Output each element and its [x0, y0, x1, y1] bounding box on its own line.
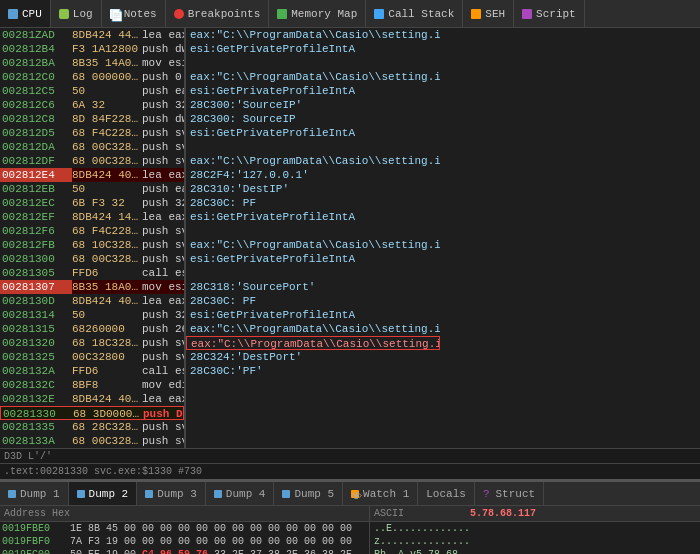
cpu-row[interactable]: 0028130068 00C32800push svc.28C30C: [0, 252, 184, 266]
cpu-row[interactable]: 002812EB50push eax: [0, 182, 184, 196]
log-icon: [59, 9, 69, 19]
cpu-row-hex: 8DB424 40020000: [72, 392, 142, 406]
dump-row-addr: 0019FBE0: [0, 522, 70, 535]
cpu-row-disasm: push eax: [142, 182, 184, 196]
dump-tab-3[interactable]: Dump 3: [137, 482, 206, 505]
cpu-row-hex: 8B35 18A02800: [72, 280, 142, 294]
cs-row: 28C310:'DestIP': [186, 182, 440, 196]
cs-row: esi:GetPrivateProfileIntA: [186, 308, 440, 322]
cpu-row[interactable]: 0028133068 3D000000push D3D 3389 RDP: [0, 406, 184, 420]
tab-script[interactable]: Script: [514, 0, 585, 27]
cpu-row-hex: 68 F4C22800: [72, 126, 142, 140]
dump-row[interactable]: 0019FC0050 EE 19 00 C4 96 59 76 33 2E 37…: [0, 548, 369, 554]
cs-row: 28C324:'DestPort': [186, 350, 440, 364]
cpu-row-disasm: push svc.28C324: [142, 420, 184, 434]
cs-row: esi:GetPrivateProfileIntA: [186, 252, 440, 266]
cpu-row[interactable]: 002812FB68 10C32800push svc.28C310: [0, 238, 184, 252]
cpu-row-disasm: push D3D 3389 RDP: [143, 407, 183, 419]
cpu-row[interactable]: 0028132E8DB424 40020000lea eax,dword ptr…: [0, 392, 184, 406]
cpu-row[interactable]: 002812F668 F4C22800push svc.28C2F4: [0, 224, 184, 238]
cpu-row[interactable]: 002812BA8B35 14A02800mov esi,dword ptrds…: [0, 56, 184, 70]
cpu-row[interactable]: 0028133568 28C32800push svc.28C324: [0, 420, 184, 434]
cpu-row[interactable]: 0028130D8DB424 40020000lea eax,dword ptr…: [0, 294, 184, 308]
cpu-row[interactable]: 002812C88D 84F22800push dword ptrs:[esp+…: [0, 112, 184, 126]
cpu-row-disasm: push eax: [142, 84, 184, 98]
cpu-row-disasm: mov esi,dword ptrds:[<GetPrivateProfileI…: [142, 280, 184, 294]
dump5-icon: [282, 490, 290, 498]
cpu-row[interactable]: 0028132AFFD6call esi: [0, 364, 184, 378]
dump-hex-pane: Address Hex 0019FBE01E 8B 45 00 00 00 00…: [0, 506, 370, 554]
cpu-row[interactable]: 00281305FFD6call esi: [0, 266, 184, 280]
cpu-row[interactable]: 002812B4F3 1A12800push dword ptrs[<PathA…: [0, 42, 184, 56]
tab-script-label: Script: [536, 8, 576, 20]
tab-breakpoints[interactable]: Breakpoints: [166, 0, 270, 27]
cpu-row[interactable]: 002812C550push eax: [0, 84, 184, 98]
dump1-label: Dump 1: [20, 488, 60, 500]
tab-notes[interactable]: 📄 Notes: [102, 0, 166, 27]
cs-row: eax:"C:\\ProgramData\\Casio\\setting.ini…: [186, 336, 440, 350]
notes-icon: 📄: [110, 9, 120, 19]
cpu-row[interactable]: 002812C66A 32push 32: [0, 98, 184, 112]
cs-row: eax:"C:\\ProgramData\\Casio\\setting.ini…: [186, 154, 440, 168]
cpu-row[interactable]: 002812D568 F4C22800push svc.28C2F4: [0, 126, 184, 140]
cpu-row[interactable]: 002812E48DB424 40020000lea eax,dword ptr…: [0, 168, 184, 182]
cpu-row[interactable]: 00281ZAD8DB424 44020000lea eax,dword ptr…: [0, 28, 184, 42]
watch-tab-1[interactable]: 👁 Watch 1: [343, 482, 418, 505]
tab-cpu[interactable]: CPU: [0, 0, 51, 27]
cpu-row[interactable]: 002812EC6B F3 32push 32: [0, 196, 184, 210]
dump-row[interactable]: 0019FBE01E 8B 45 00 00 00 00 00 00 00 00…: [0, 522, 369, 535]
dump-row[interactable]: 0019FBF07A F3 19 00 00 00 00 00 00 00 00…: [0, 535, 369, 548]
cs-row: esi:GetPrivateProfileIntA: [186, 126, 440, 140]
tab-log-label: Log: [73, 8, 93, 20]
cs-row: 28C2F4:'127.0.0.1': [186, 168, 440, 182]
cpu-row[interactable]: 002813078B35 18A02800mov esi,dword ptrds…: [0, 280, 184, 294]
tab-callstack[interactable]: Call Stack: [366, 0, 463, 27]
cpu-row[interactable]: 002812EF8DB424 14020000lea eax,dword ptr…: [0, 210, 184, 224]
dump-tab-2[interactable]: Dump 2: [69, 482, 138, 505]
cpu-row-disasm: lea eax,dword ptrss:[esp+214]: [142, 210, 184, 224]
status-text2: .text:00281330 svc.exe:$1330 #730: [4, 466, 202, 477]
cpu-row-hex: 8D 84F22800: [72, 112, 142, 126]
cs-row: 28C300: SourceIP: [186, 112, 440, 126]
cpu-row[interactable]: 0028132C8BF8mov edi,eax: [0, 378, 184, 392]
tab-log[interactable]: Log: [51, 0, 102, 27]
tab-memmap[interactable]: Memory Map: [269, 0, 366, 27]
cpu-row-disasm: call esi: [142, 266, 184, 280]
top-area: 00281ZAD8DB424 44020000lea eax,dword ptr…: [0, 28, 700, 448]
dump-rows: 0019FBE01E 8B 45 00 00 00 00 00 00 00 00…: [0, 522, 369, 554]
cpu-row-addr: 00281315: [0, 322, 72, 336]
cpu-row-disasm: lea eax,dword ptrss:[esp+244]: [142, 28, 184, 42]
cpu-row-hex: 68 00C32800: [72, 252, 142, 266]
cpu-row-hex: FFD6: [72, 364, 142, 378]
cpu-row-disasm: push svc.28C2F4: [142, 224, 184, 238]
cpu-row-disasm: push 32: [142, 98, 184, 112]
ascii-row: ..E.............: [370, 522, 700, 535]
cpu-row[interactable]: 002812DF68 00C32800push svc.28C30C: [0, 154, 184, 168]
dump-row-addr: 0019FBF0: [0, 535, 70, 548]
cpu-row[interactable]: 002812DA68 00C32800push svc.28C300: [0, 140, 184, 154]
cpu-row-disasm: push svc.28C30C: [142, 252, 184, 266]
cpu-row[interactable]: 002812C068 00000000push 0: [0, 70, 184, 84]
cpu-row-addr: 00281307: [0, 280, 72, 294]
dump-tab-4[interactable]: Dump 4: [206, 482, 275, 505]
tab-notes-label: Notes: [124, 8, 157, 20]
cpu-row-disasm: mov esi,dword ptrds:[<GetPrivateProfileS…: [142, 56, 184, 70]
cpu-row[interactable]: 0028131450push 3200: [0, 308, 184, 322]
dump-tab-5[interactable]: Dump 5: [274, 482, 343, 505]
cpu-row-addr: 002812BA: [0, 56, 72, 70]
cpu-row-hex: 50: [72, 182, 142, 196]
dump-tab-1[interactable]: Dump 1: [0, 482, 69, 505]
script-icon: [522, 9, 532, 19]
cpu-row[interactable]: 0028131568260000push 2600: [0, 322, 184, 336]
cpu-row-addr: 002812FB: [0, 238, 72, 252]
cpu-rows: 00281ZAD8DB424 44020000lea eax,dword ptr…: [0, 28, 184, 448]
struct-tab[interactable]: ? Struct: [475, 482, 544, 505]
status-bar1: D3D L'/': [0, 448, 700, 464]
cpu-row[interactable]: 0028133A68 00C32800push svc.28C30C: [0, 434, 184, 448]
locals-tab[interactable]: Locals: [418, 482, 475, 505]
tab-seh[interactable]: SEH: [463, 0, 514, 27]
cpu-row[interactable]: 0028132500C32800push svc.28C30C: [0, 350, 184, 364]
cs-row: 28C30C:'PF': [186, 364, 440, 378]
cpu-row[interactable]: 0028132068 18C32800push svc.28C318: [0, 336, 184, 350]
dump-row-hex: 1E 8B 45 00 00 00 00 00 00 00 00 00 00 0…: [70, 522, 369, 535]
